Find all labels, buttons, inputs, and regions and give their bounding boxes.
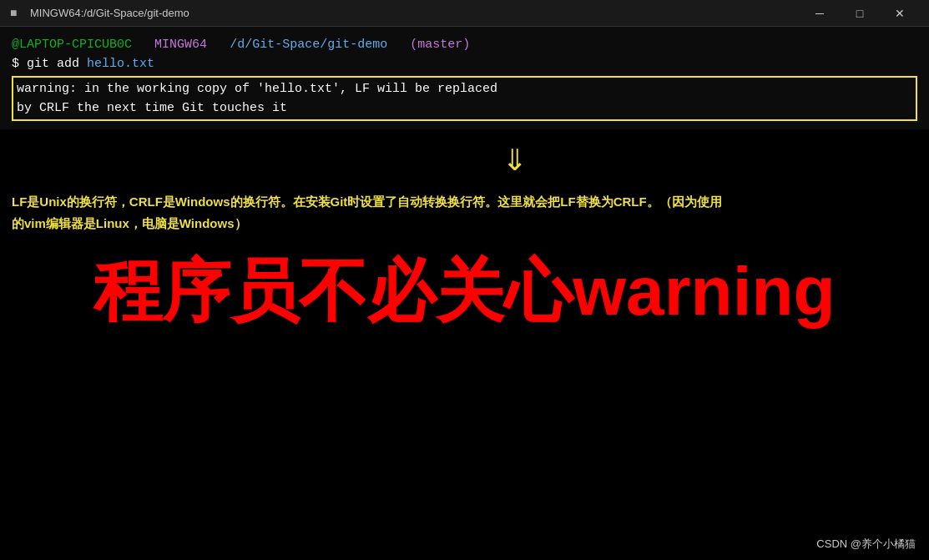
path-label: /d/Git-Space/git-demo	[230, 38, 387, 52]
warning-box: warning: in the working copy of 'hello.t…	[12, 76, 917, 122]
branch-label: (master)	[410, 38, 470, 52]
arrow-down-icon: ⇓	[502, 139, 527, 179]
window-title: MINGW64:/d/Git-Space/git-demo	[30, 7, 189, 19]
dollar-sign: $	[12, 55, 19, 74]
maximize-button[interactable]: □	[841, 0, 879, 27]
warning-line-2: by CRLF the next time Git touches it	[17, 98, 912, 118]
close-button[interactable]: ✕	[881, 0, 919, 27]
prompt-line: @LAPTOP-CPICUB0C MINGW64 /d/Git-Space/gi…	[12, 35, 917, 55]
titlebar: ■ MINGW64:/d/Git-Space/git-demo ─ □ ✕	[0, 0, 929, 27]
command-line: $ git add hello.txt	[12, 55, 917, 74]
warning-line-1: warning: in the working copy of 'hello.t…	[17, 79, 912, 98]
arrow-container: ⇓	[0, 139, 929, 179]
mingw-label: MINGW64	[154, 38, 207, 52]
cmd-git-add: git add	[19, 55, 87, 74]
user-host: @LAPTOP-CPICUB0C	[12, 38, 132, 52]
titlebar-left: ■ MINGW64:/d/Git-Space/git-demo	[10, 7, 189, 20]
terminal-area: @LAPTOP-CPICUB0C MINGW64 /d/Git-Space/gi…	[0, 27, 929, 129]
terminal-icon: ■	[10, 7, 23, 20]
explanation-text: LF是Unix的换行符，CRLF是Windows的换行符。在安装Git时设置了自…	[0, 186, 929, 239]
big-heading: 程序员不必关心warning	[0, 254, 929, 329]
cmd-filename: hello.txt	[87, 55, 154, 74]
watermark: CSDN @养个小橘猫	[816, 537, 916, 552]
minimize-button[interactable]: ─	[800, 0, 839, 27]
window-controls: ─ □ ✕	[800, 0, 919, 27]
